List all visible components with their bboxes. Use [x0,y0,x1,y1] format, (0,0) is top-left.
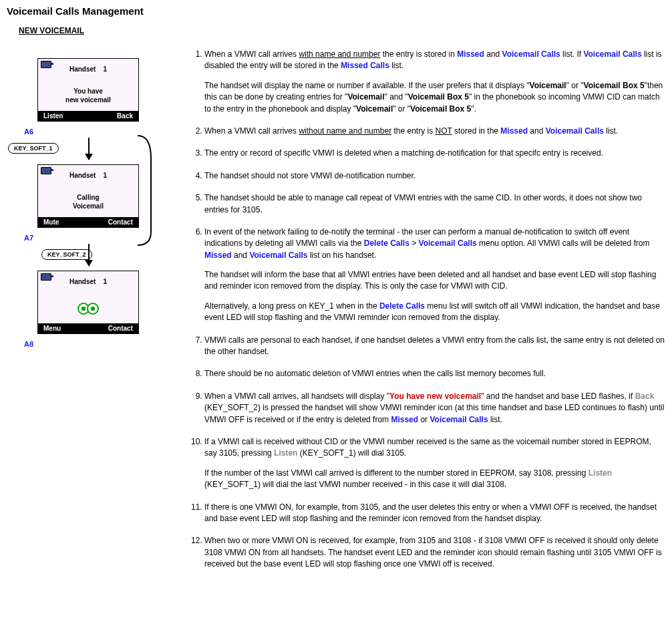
battery-icon [41,61,51,68]
rule-11: If there is one VMWI ON, for example, fr… [204,502,665,525]
text: " and the handset and base LED flashes, … [481,392,635,401]
page-title: Voicemail Calls Management [7,5,665,17]
missed-link: Missed [457,49,484,59]
rule-8: There should be no automatic deletion of… [204,368,665,379]
phone-a7: A7 Handset 1 Calling Voicemail Mute Cont [7,164,167,228]
voicemail-calls-link: Voicemail Calls [583,49,641,59]
text: (KEY_SOFT_1) will dial the last VMWI num… [204,480,506,489]
text: list on his handset. [308,251,377,260]
text: the entry is stored in [380,49,457,59]
text: NOT [436,126,452,136]
missed-link: Missed [391,415,418,424]
text: or [418,415,430,424]
softkey-left[interactable]: Menu [43,325,61,332]
listen-key-ref: Listen [274,448,297,458]
voicemail-calls-link: Voicemail Calls [430,415,488,424]
rule-6: In event of the network failing to de-no… [204,226,665,324]
phone-mockups-column: A6 Handset 1 You have new voicemail List… [7,49,167,354]
text: (KEY_SOFT_1) will dial 3105. [297,448,406,458]
handset-number: 1 [104,172,108,179]
phone-message-line: Calling [77,194,99,201]
text: " or " [393,104,410,114]
text: Alternatively, a long press on KEY_1 whe… [204,301,379,311]
text: Voicemail Box 5 [410,104,471,114]
listen-key-ref: Listen [589,468,612,478]
rule-1: When a VMWI call arrives with name and n… [204,49,665,115]
phone-message-line: new voicemail [65,96,111,104]
text: Voicemail Box 5 [408,92,469,102]
voicemail-calls-link: Voicemail Calls [419,239,477,248]
rules-list: When a VMWI call arrives with name and n… [187,49,665,571]
text: and [484,49,502,59]
phone-a6: A6 Handset 1 You have new voicemail List… [7,58,167,122]
missed-calls-link: Missed Calls [341,61,389,70]
voicemail-calls-link: Voicemail Calls [249,251,307,260]
rule-5: The handset should be able to manage cal… [204,192,665,216]
text: The handset will display the name or num… [204,81,530,90]
phone-message-line: Voicemail [73,202,104,210]
text: list. If [560,49,584,59]
key-soft-2-pill: KEY_SOFT_2 [41,249,92,260]
text: " and " [385,92,408,102]
text: You have new voicemail [389,392,481,401]
text: list. [389,61,403,70]
text: " or " [566,81,584,90]
text: without name and number [299,126,391,136]
voicemail-calls-link: Voicemail Calls [546,126,604,136]
battery-icon [41,167,51,174]
rule-9: When a VMWI call arrives, all handsets w… [204,391,665,426]
text: Voicemail [347,92,384,102]
delete-calls-link: Delete Calls [364,239,409,248]
text: and [232,251,250,260]
text: If the number of the last VMWI call arri… [204,468,589,478]
handset-label: Handset [69,278,96,285]
voicemail-calls-link: Voicemail Calls [502,49,560,59]
rule-12: When two or more VMWI ON is received, fo… [204,535,665,570]
text: with name and number [299,49,380,59]
text: stored in the [452,126,501,136]
text: When a VMWI call arrives [204,126,299,136]
missed-link: Missed [500,126,528,136]
softkey-left[interactable]: Mute [43,218,59,226]
text: menu option. All VMWI calls will be dele… [477,239,650,248]
rule-10: If a VMWI call is received without CID o… [204,436,665,491]
handset-label: Handset [69,65,96,73]
phone-message-line: You have [73,88,103,95]
phone-a8: A8 Handset 1 Menu Contact [7,271,167,334]
text: > [409,239,419,248]
section-subtitle: NEW VOICEMAIL [19,26,665,35]
handset-label: Handset [69,172,96,179]
phone-id-label: A8 [24,340,33,348]
text: If a VMWI call is received without CID o… [204,437,651,458]
text: the entry is [391,126,435,136]
rule-3: The entry or record of specific VMWI is … [204,148,665,159]
connector-a7-a8: KEY_SOFT_2 [37,248,167,271]
text: ". [471,104,476,114]
text: Voicemail [530,81,566,90]
phone-id-label: A6 [24,128,33,136]
rule-4: The handset should not store VMWI de-not… [204,170,665,182]
softkey-right[interactable]: Back [117,112,133,120]
handset-number: 1 [104,278,108,285]
rule-2: When a VMWI call arrives without name an… [204,126,665,137]
text: list. [488,415,502,424]
text: Voicemail Box 5 [584,81,645,90]
text: list. [604,126,618,136]
voicemail-reminder-icon [79,303,98,316]
softkey-left[interactable]: Listen [43,112,63,120]
softkey-right[interactable]: Contact [108,325,133,332]
back-key-ref: Back [635,392,655,401]
rules-column: When a VMWI call arrives with name and n… [167,49,665,581]
delete-calls-link: Delete Calls [379,301,425,311]
softkey-right[interactable]: Contact [108,218,133,226]
phone-id-label: A7 [24,234,33,242]
text: The handset will inform the base that al… [204,269,665,293]
text: When a VMWI call arrives [204,49,299,59]
rule-7: VMWI calls are personal to each handset,… [204,335,665,358]
key-soft-1-pill: KEY_SOFT_1 [8,143,59,154]
text: Voicemail [356,104,393,114]
handset-number: 1 [104,65,108,73]
text: and [528,126,546,136]
missed-link: Missed [204,251,232,260]
connector-a6-a7: KEY_SOFT_1 [37,142,167,164]
